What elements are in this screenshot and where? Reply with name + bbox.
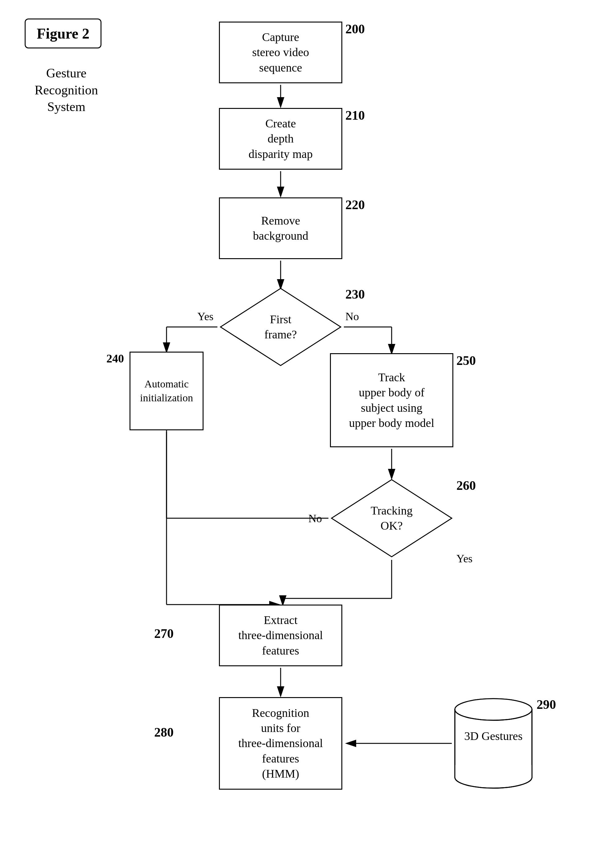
subtitle-line2: Recognition	[34, 83, 98, 97]
box-250: Track upper body of subject using upper …	[330, 353, 453, 447]
diamond-260-text: TrackingOK?	[371, 503, 413, 534]
diamond-230-text: Firstframe?	[264, 312, 297, 342]
diamond-230: Firstframe?	[219, 287, 342, 367]
step-num-210: 210	[345, 108, 365, 123]
step-num-200: 200	[345, 22, 365, 36]
box-210: Create depth disparity map	[219, 108, 342, 170]
subtitle-line3: System	[47, 100, 86, 114]
step-num-260: 260	[456, 478, 476, 493]
box-220: Remove background	[219, 198, 342, 259]
box-280: Recognition units for three-dimensional …	[219, 697, 342, 790]
box-210-text: Create depth disparity map	[248, 116, 313, 162]
no-label-260: No	[309, 512, 322, 525]
yes-label-260: Yes	[456, 552, 472, 565]
box-240-text: Automatic initialization	[140, 377, 193, 404]
figure-subtitle: Gesture Recognition System	[17, 65, 116, 115]
cylinder-290-text: 3D Gestures	[453, 728, 533, 744]
box-220-text: Remove background	[253, 213, 308, 244]
box-240: Automatic initialization	[130, 351, 204, 430]
step-num-230: 230	[345, 287, 365, 302]
no-label-230: No	[345, 310, 359, 323]
subtitle-line1: Gesture	[46, 66, 87, 80]
box-200: Capture stereo video sequence	[219, 22, 342, 83]
box-270: Extract three-dimensional features	[219, 605, 342, 666]
step-num-290: 290	[537, 697, 556, 712]
page-container: Figure 2 Gesture Recognition System	[0, 0, 589, 868]
box-200-text: Capture stereo video sequence	[252, 30, 309, 75]
step-num-270: 270	[154, 626, 174, 641]
step-num-240: 240	[106, 351, 124, 365]
diamond-260: TrackingOK?	[330, 478, 453, 558]
figure-label-box: Figure 2	[25, 19, 102, 49]
svg-rect-23	[455, 765, 531, 778]
cylinder-290: 3D Gestures	[453, 697, 533, 790]
box-250-text: Track upper body of subject using upper …	[349, 370, 434, 431]
yes-label-230: Yes	[197, 310, 213, 323]
step-num-280: 280	[154, 725, 174, 740]
box-280-text: Recognition units for three-dimensional …	[238, 706, 323, 782]
step-num-250: 250	[456, 353, 476, 368]
step-num-220: 220	[345, 198, 365, 212]
figure-label: Figure 2	[37, 25, 89, 41]
box-270-text: Extract three-dimensional features	[238, 613, 323, 658]
flowchart: Capture stereo video sequence 200 Create…	[123, 19, 564, 851]
